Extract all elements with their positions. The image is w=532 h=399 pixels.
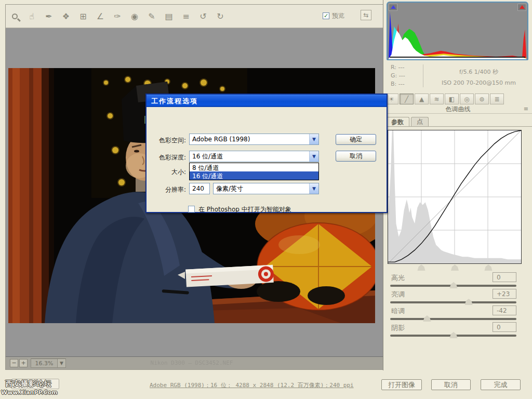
smart-object-checkbox[interactable] [188,206,195,212]
ok-button[interactable]: 确定 [336,134,376,145]
spot-removal-tool-icon[interactable]: ✑ [112,9,123,23]
size-label: 大小: [149,168,186,177]
magnifier-shape [12,14,18,19]
r-value: R: --- [391,63,405,72]
region-handle-2[interactable] [485,264,493,271]
curve-mode-tabs: 参数点 [385,117,430,127]
camera-raw-window: ☝✒❖⊞∠✑◉✎▤≡↺↻ ✓ 预览 ⇆ [0,0,532,399]
dialog-titlebar[interactable]: 工作流程选项 [147,95,387,107]
workflow-options-dialog: 工作流程选项 色彩空间: Adobe RGB (1998) ▼ 确定 色彩深度:… [145,94,388,213]
preview-control: ✓ 预览 [323,11,344,20]
preview-label: 预览 [332,11,344,20]
dialog-body: 色彩空间: Adobe RGB (1998) ▼ 确定 色彩深度: 16 位/通… [147,107,387,213]
color-space-value: Adobe RGB (1998) [190,136,309,143]
panel-menu-icon[interactable]: ≡ [524,105,528,112]
depth-option-1[interactable]: 16 位/通道 [190,171,318,180]
slider-label: 暗调 [391,307,405,316]
workflow-status-link[interactable]: Adobe RGB (1998)；16 位； 4288 x 2848 (12.2… [150,381,354,389]
slider-row-1: 亮调+23 [383,289,532,305]
resolution-label: 分辨率: [149,185,186,194]
tab-camera-calibration[interactable]: ⊚ [475,94,489,104]
tone-sliders: 高光0亮调+23暗调-42阴影0 [383,272,532,339]
iso-lens-line: ISO 200 70-200@150 mm [427,77,530,88]
hand-tool-icon[interactable]: ☝ [26,9,37,23]
cancel-button[interactable]: 取消 [336,151,376,162]
slider-row-0: 高光0 [383,272,532,289]
tab-tone-curve[interactable]: ╱ [400,94,414,104]
depth-option-0[interactable]: 8 位/通道 [190,163,318,171]
toggle-fullscreen-icon[interactable]: ⇆ [361,10,371,20]
divider [423,64,423,87]
panel-title-row: 色调曲线 ≡ [383,105,532,114]
crop-tool-icon[interactable]: ⊞ [77,9,89,23]
watermark-line2: Www.XianPP.Com [1,389,58,396]
check-icon: ✓ [324,12,328,19]
color-space-select[interactable]: Adobe RGB (1998) ▼ [189,134,319,145]
cancel-button[interactable]: 取消 [431,379,471,390]
preview-checkbox[interactable]: ✓ [323,12,329,19]
tone-curve-chart[interactable] [388,130,522,264]
resolution-unit-value: 像素/英寸 [214,184,309,193]
red-eye-tool-icon[interactable]: ◉ [129,9,140,23]
color-sampler-tool-icon[interactable]: ❖ [60,9,72,23]
tab-split-toning[interactable]: ◧ [445,94,459,104]
color-depth-value: 16 位/通道 [190,152,309,161]
open-image-button[interactable]: 打开图像 [381,379,422,390]
resolution-input[interactable] [189,183,210,194]
zoom-in-button[interactable]: + [19,359,28,367]
chevron-down-icon: ▼ [309,134,318,144]
curve-tab-1[interactable]: 点 [411,117,429,126]
histogram-baseline [390,57,525,58]
rotate-ccw-tool-icon[interactable]: ↺ [197,9,209,23]
slider-value-box[interactable]: -42 [493,305,516,315]
zoom-tool-icon[interactable] [9,9,20,23]
adjustment-brush-tool-icon[interactable]: ✎ [146,9,157,23]
tab-hsl-grayscale[interactable]: ≋ [430,94,444,104]
slider-track[interactable] [390,285,516,287]
slider-track[interactable] [390,301,516,303]
resolution-unit-select[interactable]: 像素/英寸 ▼ [213,183,319,194]
region-handle-1[interactable] [451,264,459,271]
region-handle-0[interactable] [418,264,425,271]
chevron-down-icon: ▼ [57,359,65,367]
highlight-clip-icon [520,5,525,9]
adjustment-tabs: ☀╱▲≋◧◎⊚≣ [384,94,504,104]
slider-thumb[interactable] [423,315,431,322]
dialog-title: 工作流程选项 [151,97,198,105]
tab-presets[interactable]: ≣ [490,94,504,104]
slider-label: 阴影 [391,323,405,332]
chevron-down-icon: ▼ [309,151,318,162]
tool-row: ☝✒❖⊞∠✑◉✎▤≡↺↻ [9,9,226,23]
tab-detail[interactable]: ▲ [415,94,429,104]
tab-lens-corrections[interactable]: ◎ [460,94,474,104]
color-depth-label: 色彩深度: [149,153,186,162]
zoom-bar: − + 16.3% ▼ Nikon D300 — DSC3452.NEF [6,357,383,369]
color-depth-select[interactable]: 16 位/通道 ▼ [189,151,319,162]
rgb-readout: R: --- G: --- B: --- [391,63,405,88]
b-value: B: --- [391,80,405,88]
zoom-out-button[interactable]: − [10,359,18,367]
curve-tab-0[interactable]: 参数 [385,117,409,127]
preferences-tool-icon[interactable]: ≡ [180,9,192,23]
highlight-clipping-button[interactable] [517,4,526,11]
graduated-filter-tool-icon[interactable]: ▤ [163,9,175,23]
slider-value-box[interactable]: 0 [493,272,516,282]
done-button[interactable]: 完成 [481,379,521,390]
slider-track[interactable] [390,335,516,337]
slider-track[interactable] [390,318,516,320]
zoom-level-select[interactable]: 16.3% ▼ [31,358,66,368]
slider-value-box[interactable]: 0 [493,322,516,332]
rotate-cw-tool-icon[interactable]: ↻ [215,9,226,23]
slider-thumb[interactable] [450,332,458,338]
white-balance-tool-icon[interactable]: ✒ [43,9,55,23]
exposure-line: f/5.6 1/400 秒 [427,66,530,77]
slider-thumb[interactable] [465,299,473,305]
shadow-clipping-button[interactable] [389,4,397,11]
chevron-down-icon: ▼ [309,183,318,194]
slider-thumb[interactable] [450,282,458,288]
smart-object-label: 在 Photoshop 中打开为智能对象 [198,205,291,214]
filename-label: Nikon D300 — DSC3452.NEF [151,360,233,366]
straighten-tool-icon[interactable]: ∠ [95,9,106,23]
slider-label: 高光 [391,273,405,283]
slider-value-box[interactable]: +23 [493,289,516,299]
